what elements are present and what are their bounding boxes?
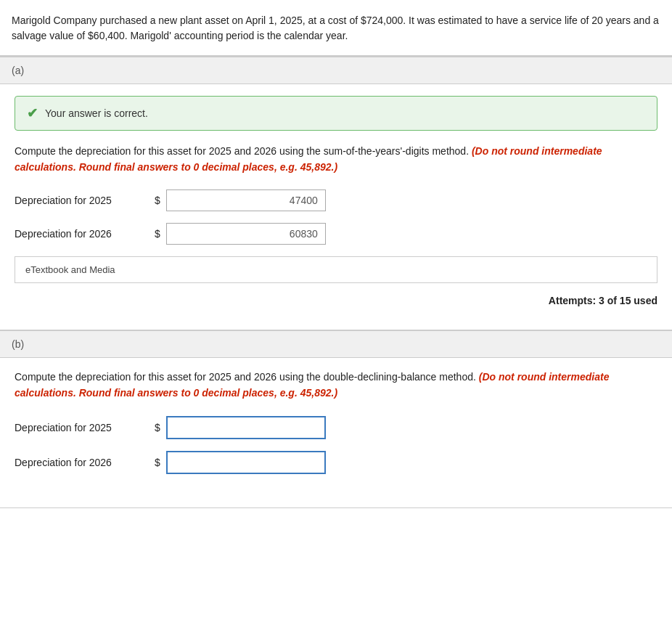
dep-2025-input-a[interactable] xyxy=(166,189,326,211)
part-a-content: ✔ Your answer is correct. Compute the de… xyxy=(0,84,672,330)
part-a-label: (a) xyxy=(12,65,24,76)
dep-2025-label-b: Depreciation for 2025 xyxy=(15,422,149,433)
part-a-header: (a) xyxy=(0,57,672,84)
etextbook-label: eTextbook and Media xyxy=(25,264,115,275)
dep-2026-label-a: Depreciation for 2026 xyxy=(15,228,149,240)
intro-text: Marigold Company purchased a new plant a… xyxy=(12,13,660,44)
part-b-label: (b) xyxy=(12,338,24,350)
correct-banner: ✔ Your answer is correct. xyxy=(15,96,657,131)
part-b-instructions: Compute the depreciation for this asset … xyxy=(15,370,657,401)
etextbook-bar[interactable]: eTextbook and Media xyxy=(15,256,657,283)
dep-2025-row-a: Depreciation for 2025 $ xyxy=(15,189,657,211)
attempts-text: Attempts: 3 of 15 used xyxy=(549,295,657,306)
dollar-sign-a-2026: $ xyxy=(155,228,160,240)
intro-section: Marigold Company purchased a new plant a… xyxy=(0,0,672,56)
dollar-sign-b-2026: $ xyxy=(155,457,160,468)
part-a-instructions: Compute the depreciation for this asset … xyxy=(15,144,657,175)
dep-2025-row-b: Depreciation for 2025 $ xyxy=(15,416,657,439)
part-b-header: (b) xyxy=(0,330,672,358)
dollar-sign-b-2025: $ xyxy=(155,422,160,433)
dep-2026-row-a: Depreciation for 2026 $ xyxy=(15,223,657,245)
dep-2025-input-b[interactable] xyxy=(166,416,326,439)
dollar-sign-a-2025: $ xyxy=(155,195,160,206)
part-a-instructions-normal: Compute the depreciation for this asset … xyxy=(15,145,469,157)
checkmark-icon: ✔ xyxy=(27,105,38,121)
dep-2026-input-a[interactable] xyxy=(166,223,326,245)
part-b-instructions-normal: Compute the depreciation for this asset … xyxy=(15,371,476,383)
dep-2026-label-b: Depreciation for 2026 xyxy=(15,457,149,468)
dep-2026-row-b: Depreciation for 2026 $ xyxy=(15,451,657,474)
dep-2026-input-b[interactable] xyxy=(166,451,326,474)
part-b-content: Compute the depreciation for this asset … xyxy=(0,358,672,507)
attempts-row: Attempts: 3 of 15 used xyxy=(15,292,657,315)
correct-banner-text: Your answer is correct. xyxy=(45,107,148,119)
dep-2025-label-a: Depreciation for 2025 xyxy=(15,195,149,206)
